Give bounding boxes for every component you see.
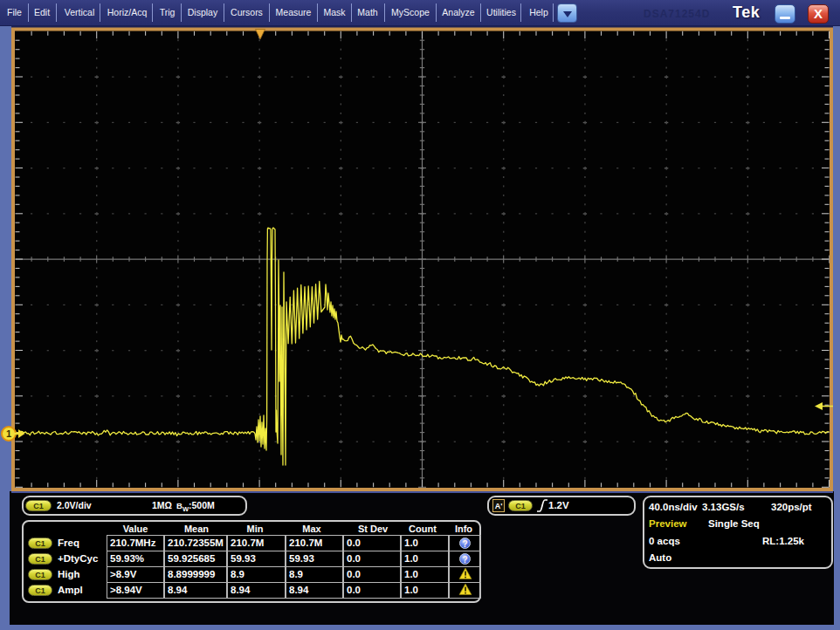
svg-text:1: 1: [6, 428, 11, 439]
